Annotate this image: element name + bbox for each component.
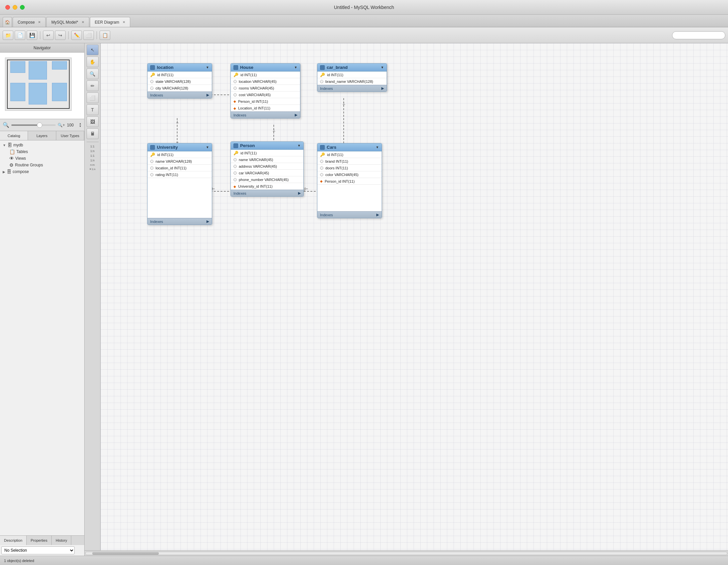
minimize-button[interactable] bbox=[13, 5, 17, 10]
open-button[interactable]: 📁 bbox=[3, 31, 13, 40]
copy-button[interactable]: 📋 bbox=[100, 31, 110, 40]
home-tab[interactable]: 🏠 bbox=[3, 17, 12, 27]
view-button[interactable]: ⬜ bbox=[83, 31, 94, 40]
table-house-header: House ▼ bbox=[231, 64, 300, 72]
edit-button[interactable]: ✏️ bbox=[71, 31, 82, 40]
zoom-out-button[interactable]: 🔍 bbox=[3, 122, 9, 128]
tab-eer-diagram-close[interactable]: ✕ bbox=[123, 20, 125, 24]
indexes-label: Indexes bbox=[320, 87, 333, 91]
table-location-dropdown[interactable]: ▼ bbox=[206, 66, 209, 69]
tab-layers-label: Layers bbox=[36, 134, 47, 138]
table-person-indexes[interactable]: Indexes ▶ bbox=[231, 190, 303, 196]
table-location-indexes[interactable]: Indexes ▶ bbox=[148, 92, 212, 98]
text-tool[interactable]: T bbox=[87, 105, 99, 115]
field-icon: ◇ bbox=[320, 160, 323, 163]
table-house[interactable]: House ▼ 🔑 id INT(11) ◇ location VARCHAR(… bbox=[230, 63, 300, 119]
table-university-dropdown[interactable]: ▼ bbox=[206, 145, 209, 149]
save-button[interactable]: 💾 bbox=[27, 31, 37, 40]
tool-label-1-n[interactable]: 1:n bbox=[90, 149, 95, 153]
selection-dropdown[interactable]: No Selection bbox=[1, 546, 75, 554]
field-name: car VARCHAR(45) bbox=[239, 171, 269, 175]
maximize-button[interactable] bbox=[20, 5, 25, 10]
table-cars[interactable]: Cars ▼ 🔑 id INT(11) ◇ brand INT(11) ◇ do… bbox=[317, 143, 382, 218]
tool-label-1-1b[interactable]: 1:1 bbox=[90, 154, 95, 157]
table-house-indexes[interactable]: Indexes ▶ bbox=[231, 112, 300, 118]
table-cars-indexes[interactable]: Indexes ▶ bbox=[317, 211, 382, 218]
scrollbar-thumb[interactable] bbox=[92, 552, 159, 555]
tool-label-1-nb[interactable]: 1:n bbox=[90, 159, 95, 162]
compose-icon: 🗄 bbox=[7, 169, 11, 174]
zoom-tool[interactable]: 🔍 bbox=[87, 69, 99, 79]
table-person-dropdown[interactable]: ▼ bbox=[297, 144, 301, 147]
tree-item-routine-groups[interactable]: ⚙ Routine Groups bbox=[7, 162, 84, 168]
table-car-brand[interactable]: car_brand ▼ 🔑 id INT(11) ◇ brand_name VA… bbox=[317, 63, 387, 92]
calc-tool[interactable]: 🖩 bbox=[87, 129, 99, 139]
tab-eer-diagram[interactable]: EER Diagram ✕ bbox=[90, 17, 130, 27]
tab-description[interactable]: Description bbox=[0, 536, 27, 545]
field-name: rating INT(11) bbox=[156, 173, 178, 177]
select-tool[interactable]: ↖ bbox=[87, 45, 99, 55]
table-row: ◇ rooms VARCHAR(45) bbox=[231, 85, 300, 92]
rect-tool[interactable]: ⬜ bbox=[87, 93, 99, 103]
tool-label-1-nc[interactable]: ✕1:n bbox=[89, 168, 95, 171]
new-button[interactable]: 📄 bbox=[15, 31, 25, 40]
table-location-icon bbox=[150, 65, 155, 70]
tab-layers[interactable]: Layers bbox=[28, 131, 56, 140]
tab-properties[interactable]: Properties bbox=[27, 536, 52, 545]
zoom-controls: 🔍 🔍+ 100 ▲ ▼ bbox=[0, 119, 84, 131]
diagram-canvas[interactable]: || ⊢| ⊥ ⊤ ⊥ | ||⊢ ⊣|| ||⊢ ⊣| ⊥ ⊤ bbox=[101, 43, 728, 565]
toolbar-divider-2 bbox=[68, 31, 69, 39]
table-row: ◇ phone_number VARCHAR(45) bbox=[231, 176, 303, 183]
field-icon: ◇ bbox=[233, 171, 237, 175]
tree-item-compose[interactable]: ▶ 🗄 compose bbox=[0, 168, 84, 175]
table-location[interactable]: location ▼ 🔑 id INT(11) ◇ state VARCHAR(… bbox=[147, 63, 212, 99]
close-button[interactable] bbox=[5, 5, 10, 10]
desc-tabs: Description Properties History bbox=[0, 536, 84, 545]
field-name: doors INT(11) bbox=[325, 166, 348, 170]
table-cars-icon bbox=[320, 145, 325, 150]
tab-mysql-model-close[interactable]: ✕ bbox=[82, 20, 84, 24]
tree-item-views[interactable]: 👁 Views bbox=[7, 155, 84, 162]
navigator-canvas[interactable] bbox=[0, 53, 84, 119]
redo-button[interactable]: ↪ bbox=[55, 31, 66, 40]
image-tool[interactable]: 🖼 bbox=[87, 117, 99, 127]
undo-button[interactable]: ↩ bbox=[43, 31, 54, 40]
tab-compose[interactable]: Compose ✕ bbox=[13, 17, 46, 27]
table-car-brand-indexes[interactable]: Indexes ▶ bbox=[317, 85, 387, 92]
table-house-body: 🔑 id INT(11) ◇ location VARCHAR(45) ◇ ro… bbox=[231, 72, 300, 112]
tree-item-mydb[interactable]: ▼ 🗄 mydb bbox=[0, 142, 84, 148]
table-cars-dropdown[interactable]: ▼ bbox=[376, 145, 379, 149]
table-house-icon bbox=[233, 65, 238, 70]
tab-catalog[interactable]: Catalog bbox=[0, 131, 28, 140]
left-panel: Navigator 🔍 🔍+ 100 ▲ bbox=[0, 43, 85, 565]
table-university-indexes[interactable]: Indexes ▶ bbox=[148, 218, 212, 225]
zoom-stepper[interactable]: ▲ ▼ bbox=[79, 123, 82, 128]
tab-catalog-label: Catalog bbox=[8, 134, 20, 138]
table-person[interactable]: Person ▼ 🔑 id INT(11) ◇ name VARCHAR(45)… bbox=[230, 141, 304, 197]
status-message: 1 object(s) deleted bbox=[4, 559, 34, 563]
tab-properties-label: Properties bbox=[31, 538, 47, 542]
traffic-lights[interactable] bbox=[5, 5, 25, 10]
tab-history[interactable]: History bbox=[52, 536, 71, 545]
zoom-in-button[interactable]: 🔍+ bbox=[58, 123, 65, 128]
tool-label-nm[interactable]: n:m bbox=[90, 163, 95, 166]
indexes-arrow: ▶ bbox=[295, 113, 297, 117]
toolbar-divider-1 bbox=[40, 31, 40, 39]
table-house-dropdown[interactable]: ▼ bbox=[294, 66, 297, 69]
search-input[interactable] bbox=[672, 31, 725, 39]
tab-user-types[interactable]: User Types bbox=[56, 131, 84, 140]
horizontal-scrollbar[interactable] bbox=[85, 550, 728, 556]
tab-mysql-model[interactable]: MySQL Model* ✕ bbox=[46, 17, 89, 27]
field-name: state VARCHAR(128) bbox=[156, 80, 191, 84]
table-university[interactable]: University ▼ 🔑 id INT(11) ◇ name VARCHAR… bbox=[147, 143, 212, 225]
table-cars-name: Cars bbox=[327, 145, 336, 150]
tool-label-1-1[interactable]: 1:1 bbox=[90, 145, 95, 148]
tab-compose-close[interactable]: ✕ bbox=[38, 20, 41, 24]
scrollbar-track[interactable] bbox=[85, 552, 727, 555]
table-car-brand-dropdown[interactable]: ▼ bbox=[381, 66, 384, 69]
zoom-down-icon[interactable]: ▼ bbox=[79, 125, 82, 128]
zoom-slider[interactable] bbox=[11, 125, 56, 126]
pan-tool[interactable]: ✋ bbox=[87, 57, 99, 67]
tree-item-tables[interactable]: 📋 Tables bbox=[7, 148, 84, 155]
pencil-tool[interactable]: ✏ bbox=[87, 81, 99, 91]
